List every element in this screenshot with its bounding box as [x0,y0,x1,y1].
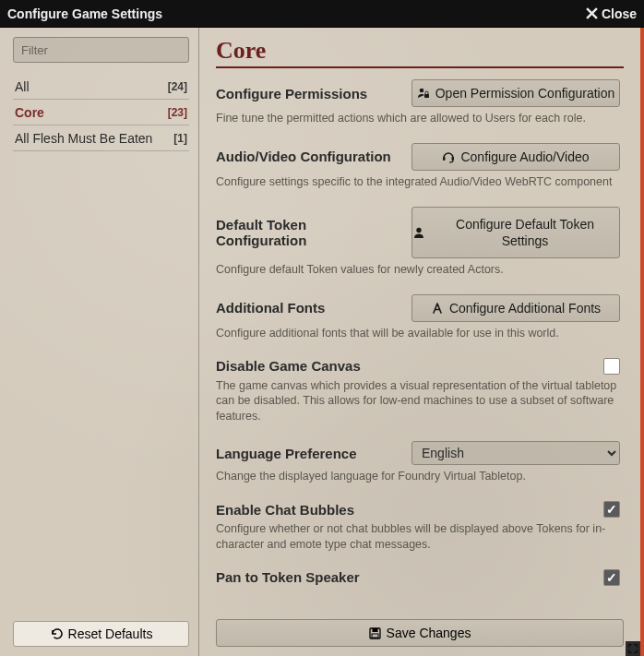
setting-hint: Change the displayed language for Foundr… [216,469,620,484]
filter-input[interactable] [13,37,189,63]
undo-icon [50,627,63,640]
configure-fonts-button[interactable]: Configure Additional Fonts [411,294,620,322]
setting-label: Language Preference [216,446,400,461]
setting-hint: The game canvas which provides a visual … [216,378,620,425]
window-body: All [24] Core [23] All Flesh Must Be Eat… [0,28,644,656]
setting-hint: Configure whether or not chat bubbles wi… [216,521,620,553]
setting-label: Default Token Configuration [216,217,400,248]
setting-disable-canvas: Disable Game Canvas The game canvas whic… [216,358,620,425]
category-label: Core [15,105,44,120]
setting-hint: Configure settings specific to the integ… [216,174,620,190]
save-icon [369,627,381,639]
sidebar: All [24] Core [23] All Flesh Must Be Eat… [0,28,199,656]
settings-window: Configure Game Settings Close All [24] C… [0,0,644,656]
window-title: Configure Game Settings [7,6,586,21]
category-label: All Flesh Must Be Eaten [15,131,152,146]
pan-token-checkbox[interactable] [603,569,620,586]
footer: Save Changes [216,612,624,656]
setting-hint: Configure default Token values for newly… [216,262,620,278]
configure-token-button[interactable]: Configure Default Token Settings [411,207,620,258]
chat-bubbles-checkbox[interactable] [603,501,620,518]
setting-pan-token: Pan to Token Speaker [216,569,620,586]
save-label: Save Changes [387,626,471,640]
setting-permissions: Configure Permissions Open Permission Co… [216,79,620,126]
sidebar-footer: Reset Defaults [13,621,189,647]
settings-list[interactable]: Configure Permissions Open Permission Co… [216,79,624,612]
setting-label: Enable Chat Bubbles [216,502,400,518]
reset-defaults-button[interactable]: Reset Defaults [13,621,189,647]
headset-icon [442,150,455,163]
save-changes-button[interactable]: Save Changes [216,619,624,647]
close-label: Close [602,6,637,21]
main-panel: Core Configure Permissions Open Permissi… [199,28,640,656]
category-label: All [15,79,30,94]
setting-hint: Fine tune the permitted actions which ar… [216,111,620,126]
language-select[interactable]: English [411,441,620,465]
setting-chat-bubbles: Enable Chat Bubbles Configure whether or… [216,501,620,553]
button-label: Open Permission Configuration [435,86,615,101]
category-item-all[interactable]: All [24] [13,74,189,100]
category-item-afmbe[interactable]: All Flesh Must Be Eaten [1] [13,125,189,151]
category-item-core[interactable]: Core [23] [13,100,189,125]
disable-canvas-checkbox[interactable] [603,358,620,375]
section-title: Core [216,37,624,68]
font-icon [431,302,444,315]
category-list: All [24] Core [23] All Flesh Must Be Eat… [13,74,189,151]
titlebar: Configure Game Settings Close [0,0,644,28]
setting-label: Audio/Video Configuration [216,149,400,164]
button-label: Configure Default Token Settings [431,216,619,249]
setting-language: Language Preference English Change the d… [216,441,620,484]
setting-fonts: Additional Fonts Configure Additional Fo… [216,294,620,341]
setting-token: Default Token Configuration Configure De… [216,207,620,278]
resize-handle[interactable] [626,641,640,656]
configure-av-button[interactable]: Configure Audio/Video [411,143,620,171]
user-icon [412,226,425,239]
reset-label: Reset Defaults [68,626,153,641]
setting-label: Configure Permissions [216,86,400,101]
setting-av: Audio/Video Configuration Configure Audi… [216,143,620,190]
category-count: [1] [173,132,187,145]
button-label: Configure Additional Fonts [449,301,601,316]
setting-label: Disable Game Canvas [216,358,400,374]
user-lock-icon [417,87,430,100]
category-count: [24] [168,80,187,93]
setting-label: Additional Fonts [216,300,400,316]
button-label: Configure Audio/Video [460,149,589,164]
setting-hint: Configure additional fonts that will be … [216,326,620,341]
expand-icon [628,644,638,653]
close-icon [586,7,598,19]
close-button[interactable]: Close [586,6,637,21]
setting-label: Pan to Token Speaker [216,569,400,585]
open-permission-config-button[interactable]: Open Permission Configuration [411,79,620,107]
category-count: [23] [168,106,187,119]
